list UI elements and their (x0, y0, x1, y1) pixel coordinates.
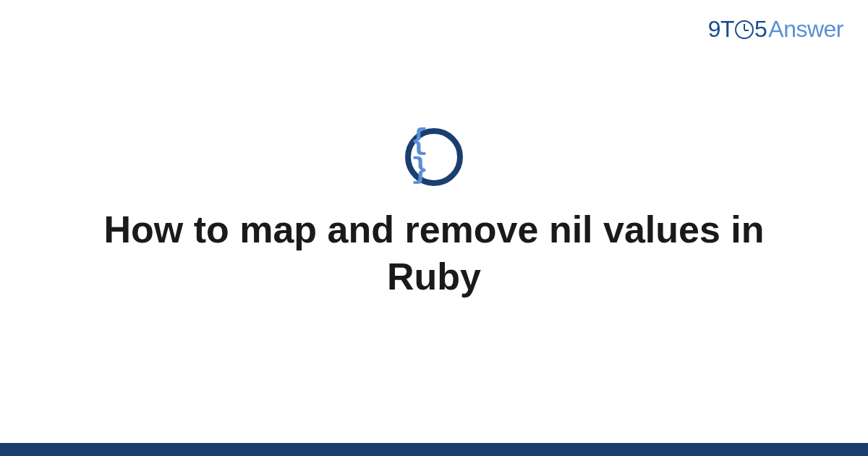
clock-icon (735, 20, 754, 39)
site-brand: 9T 5 Answer (708, 16, 843, 43)
code-braces-icon: { } (411, 127, 457, 185)
footer-accent-bar (0, 443, 868, 456)
brand-text-answer: Answer (768, 16, 843, 43)
category-badge: { } (405, 128, 463, 186)
main-content: { } How to map and remove nil values in … (0, 128, 868, 300)
page-title: How to map and remove nil values in Ruby (54, 206, 814, 300)
brand-text-5: 5 (754, 16, 767, 43)
brand-text-9t: 9T (708, 16, 734, 43)
